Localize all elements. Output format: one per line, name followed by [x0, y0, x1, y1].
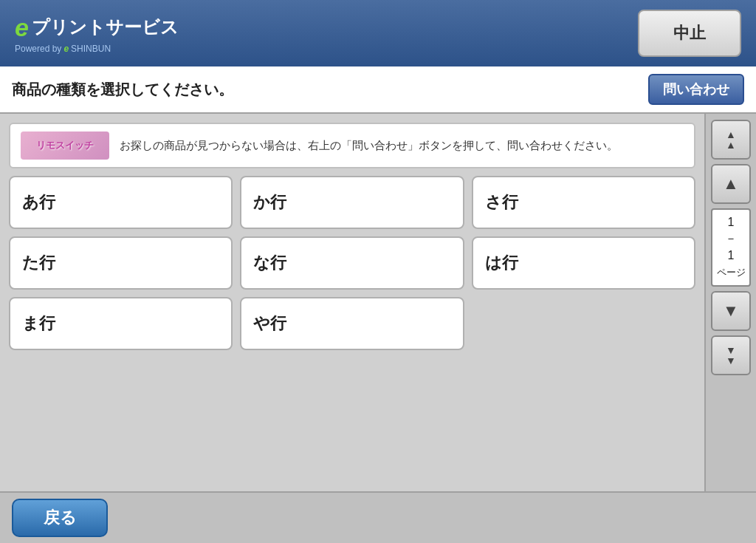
category-empty: [472, 297, 695, 350]
cancel-button[interactable]: 中止: [638, 10, 741, 57]
logo-shinbun-text: SHINBUN: [71, 44, 111, 54]
category-na-row[interactable]: な行: [240, 236, 464, 290]
page-label: ページ: [717, 267, 746, 278]
page-current: 1: [728, 216, 735, 228]
category-ta-row[interactable]: た行: [9, 236, 233, 290]
banner-logo: リモスイッチ: [21, 132, 109, 160]
page-indicator: 1 － 1 ページ: [711, 208, 751, 287]
inquiry-button[interactable]: 問い合わせ: [648, 74, 744, 105]
logo-powered-text: Powered by: [15, 44, 61, 54]
logo-area: e プリントサービス Powered by e SHINBUN: [15, 13, 179, 54]
scroll-bottom-double-button[interactable]: ▼▼: [711, 335, 751, 375]
back-button[interactable]: 戻る: [12, 499, 108, 537]
logo-e-icon: e: [15, 13, 29, 42]
logo-main: e プリントサービス: [15, 13, 179, 42]
main-area: 商品の種類を選択してください。 問い合わせ リモスイッチ お探しの商品が見つから…: [0, 66, 756, 543]
logo-text: プリントサービス: [32, 16, 179, 39]
top-bar: 商品の種類を選択してください。 問い合わせ: [0, 66, 756, 114]
category-ha-row[interactable]: は行: [472, 236, 695, 290]
category-grid: あ行 か行 さ行 た行 な行 は行 ま行 や行: [9, 176, 695, 350]
page-sep: －: [725, 232, 737, 245]
page-total: 1: [728, 249, 735, 262]
banner-message: お探しの商品が見つからない場合は、右上の「問い合わせ」ボタンを押して、問い合わせ…: [120, 137, 618, 154]
footer: 戻る: [0, 491, 756, 543]
content-area: リモスイッチ お探しの商品が見つからない場合は、右上の「問い合わせ」ボタンを押し…: [0, 114, 704, 491]
category-ya-row[interactable]: や行: [240, 297, 464, 350]
category-a-row[interactable]: あ行: [9, 176, 233, 229]
banner-logo-text: リモスイッチ: [36, 139, 94, 152]
logo-sub: Powered by e SHINBUN: [15, 44, 111, 54]
scroll-top-double-button[interactable]: ▲▲: [711, 120, 751, 160]
logo-sub-e: e: [63, 44, 69, 54]
page-instruction: 商品の種類を選択してください。: [12, 80, 233, 100]
info-banner: リモスイッチ お探しの商品が見つからない場合は、右上の「問い合わせ」ボタンを押し…: [9, 123, 695, 168]
scrollbar-panel: ▲▲ ▲ 1 － 1 ページ ▼ ▼▼: [704, 114, 756, 491]
scroll-bottom-single-button[interactable]: ▼: [711, 291, 751, 331]
category-ka-row[interactable]: か行: [240, 176, 464, 229]
category-ma-row[interactable]: ま行: [9, 297, 233, 350]
category-sa-row[interactable]: さ行: [472, 176, 695, 229]
header: e プリントサービス Powered by e SHINBUN 中止: [0, 0, 756, 66]
content-wrapper: リモスイッチ お探しの商品が見つからない場合は、右上の「問い合わせ」ボタンを押し…: [0, 114, 756, 491]
scroll-top-single-button[interactable]: ▲: [711, 164, 751, 204]
